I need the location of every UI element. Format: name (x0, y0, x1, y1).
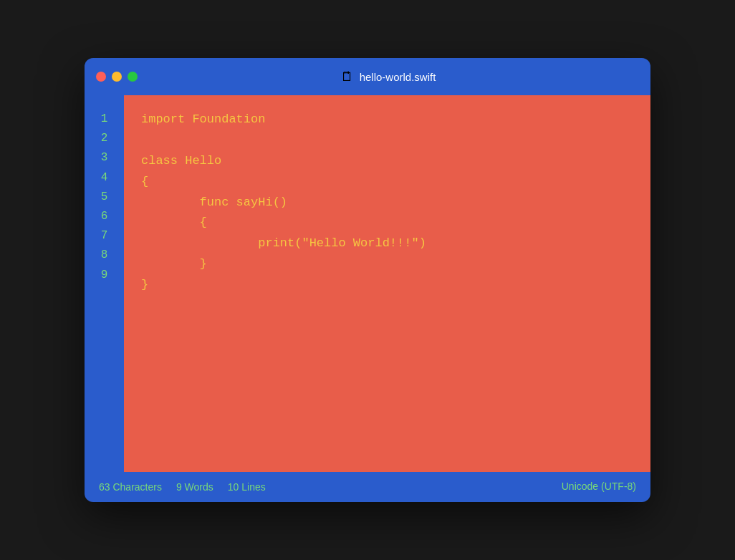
code-line: func sayHi() (141, 193, 633, 213)
code-line: } (141, 254, 633, 275)
editor-window: 🗒 hello-world.swift 123456789 import Fou… (85, 58, 650, 502)
line-number: 8 (85, 246, 124, 265)
code-line: { (141, 172, 633, 193)
line-number: 3 (85, 148, 124, 168)
line-number: 4 (85, 168, 124, 188)
line-number: 2 (85, 129, 124, 148)
line-number: 9 (85, 266, 124, 285)
code-line: import Foundation (141, 110, 633, 130)
status-left: 63 Characters 9 Words 10 Lines (99, 481, 266, 493)
line-number: 1 (85, 110, 124, 129)
title-area: 🗒 hello-world.swift (138, 69, 639, 85)
traffic-lights (96, 72, 138, 82)
code-content[interactable]: import Foundation class Hello{ func sayH… (124, 95, 650, 472)
line-number: 6 (85, 207, 124, 226)
status-bar: 63 Characters 9 Words 10 Lines Unicode (… (85, 472, 650, 502)
close-button[interactable] (96, 72, 106, 82)
status-right: Unicode (UTF-8) (562, 481, 636, 493)
minimize-button[interactable] (112, 72, 122, 82)
code-line (141, 130, 633, 151)
line-number: 7 (85, 226, 124, 246)
line-numbers-gutter: 123456789 (85, 95, 124, 472)
maximize-button[interactable] (128, 72, 138, 82)
line-count: 10 Lines (228, 481, 266, 493)
swift-file-icon: 🗒 (341, 69, 354, 85)
character-count: 63 Characters (99, 481, 162, 493)
code-line: class Hello (141, 151, 633, 172)
editor-area: 123456789 import Foundation class Hello{… (85, 95, 650, 472)
encoding-info: Unicode (UTF-8) (562, 481, 636, 492)
code-line: { (141, 213, 633, 233)
word-count: 9 Words (176, 481, 213, 493)
window-title: hello-world.swift (360, 71, 436, 83)
title-bar: 🗒 hello-world.swift (85, 58, 650, 95)
line-number: 5 (85, 188, 124, 207)
code-line: print("Hello World!!!") (141, 233, 633, 254)
code-line: } (141, 275, 633, 296)
